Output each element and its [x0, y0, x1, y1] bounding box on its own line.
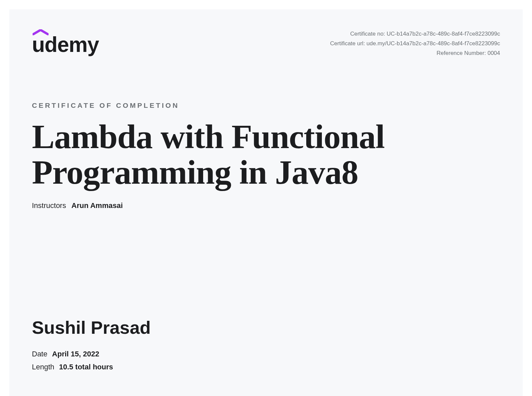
certificate-number-label: Certificate no: — [350, 31, 385, 37]
certificate-number-row: Certificate no: UC-b14a7b2c-a78c-489c-8a… — [330, 29, 500, 39]
date-label: Date — [32, 350, 47, 358]
recipient-name: Sushil Prasad — [32, 317, 151, 338]
length-value: 10.5 total hours — [59, 363, 113, 371]
instructors-name: Arun Ammasai — [71, 201, 123, 210]
certificate-url-row: Certificate url: ude.my/UC-b14a7b2c-a78c… — [330, 39, 500, 49]
udemy-logo-text: udemy — [32, 34, 99, 55]
length-label: Length — [32, 363, 54, 371]
completion-label: CERTIFICATE OF COMPLETION — [32, 101, 500, 109]
certificate-header: udemy Certificate no: UC-b14a7b2c-a78c-4… — [32, 29, 500, 58]
certificate-url-value: ude.my/UC-b14a7b2c-a78c-489c-8af4-f7ce82… — [366, 40, 500, 47]
certificate-metadata: Certificate no: UC-b14a7b2c-a78c-489c-8a… — [330, 29, 500, 58]
certificate-container: udemy Certificate no: UC-b14a7b2c-a78c-4… — [9, 9, 523, 396]
recipient-section: Sushil Prasad Date April 15, 2022 Length… — [32, 317, 151, 373]
certificate-number-value: UC-b14a7b2c-a78c-489c-8af4-f7ce8223099c — [387, 31, 500, 37]
instructors-label: Instructors — [32, 201, 66, 210]
reference-number-label: Reference Number: — [437, 50, 486, 56]
date-row: Date April 15, 2022 — [32, 348, 151, 361]
length-row: Length 10.5 total hours — [32, 361, 151, 374]
date-value: April 15, 2022 — [52, 350, 99, 358]
instructors-row: Instructors Arun Ammasai — [32, 201, 500, 210]
udemy-logo: udemy — [32, 29, 99, 55]
certificate-url-label: Certificate url: — [330, 40, 365, 47]
reference-number-value: 0004 — [487, 50, 500, 56]
reference-number-row: Reference Number: 0004 — [330, 49, 500, 58]
course-title: Lambda with Functional Programming in Ja… — [32, 119, 500, 190]
